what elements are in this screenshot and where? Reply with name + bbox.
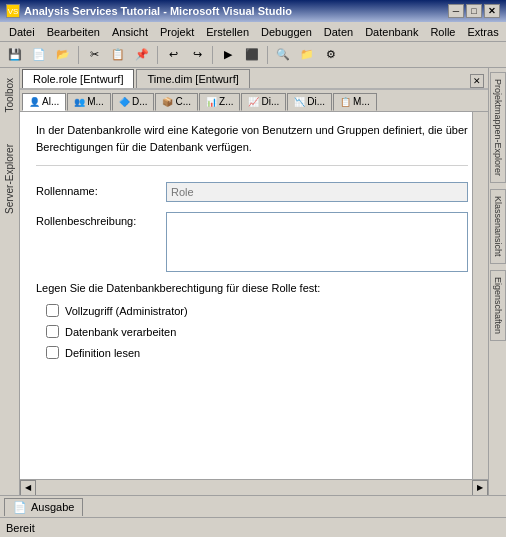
section-label: Legen Sie die Datenbankberechtigung für … (36, 282, 468, 294)
sidebar-projektmappen[interactable]: Projektmappen-Explorer (490, 72, 506, 183)
inner-tab-d[interactable]: 🔷 D... (112, 93, 155, 111)
checkbox-definition-label: Definition lesen (65, 347, 140, 359)
checkbox-verarbeiten: Datenbank verarbeiten (36, 325, 468, 338)
window-title: Analysis Services Tutorial - Microsoft V… (24, 5, 292, 17)
toolbar-paste[interactable]: 📌 (131, 45, 153, 65)
menu-datenbank[interactable]: Datenbank (360, 25, 423, 39)
output-icon: 📄 (13, 501, 27, 514)
menu-datei[interactable]: Datei (4, 25, 40, 39)
toolbar-sep1 (78, 46, 79, 64)
output-label: Ausgabe (31, 501, 74, 513)
toolbar-save[interactable]: 💾 (4, 45, 26, 65)
tab-role[interactable]: Role.role [Entwurf] (22, 69, 134, 88)
tab-di1-icon: 📈 (248, 97, 259, 107)
menu-daten[interactable]: Daten (319, 25, 358, 39)
toolbar: 💾 📄 📂 ✂ 📋 📌 ↩ ↪ ▶ ⬛ 🔍 📁 ⚙ (0, 42, 506, 68)
inner-tab-z[interactable]: 📊 Z... (199, 93, 240, 111)
content-area: In der Datenbankrolle wird eine Kategori… (20, 112, 488, 479)
tab-z-icon: 📊 (206, 97, 217, 107)
checkbox-verarbeiten-label: Datenbank verarbeiten (65, 326, 176, 338)
scroll-track[interactable] (36, 483, 472, 493)
inner-tab-di1[interactable]: 📈 Di... (241, 93, 286, 111)
checkbox-verarbeiten-input[interactable] (46, 325, 59, 338)
menu-bearbeiten[interactable]: Bearbeiten (42, 25, 105, 39)
description-text: In der Datenbankrolle wird eine Kategori… (36, 122, 468, 166)
toolbar-sep2 (157, 46, 158, 64)
inner-tab-di2[interactable]: 📉 Di... (287, 93, 332, 111)
tab-m1-icon: 👥 (74, 97, 85, 107)
menu-erstellen[interactable]: Erstellen (201, 25, 254, 39)
maximize-button[interactable]: □ (466, 4, 482, 18)
app-icon: VS (6, 4, 20, 18)
rollenbeschreibung-label: Rollenbeschreibung: (36, 212, 166, 227)
status-text: Bereit (6, 522, 35, 534)
menu-debuggen[interactable]: Debuggen (256, 25, 317, 39)
sidebar-server-explorer[interactable]: Server-Explorer (2, 138, 17, 220)
checkbox-vollzugriff-input[interactable] (46, 304, 59, 317)
tab-al-icon: 👤 (29, 97, 40, 107)
sidebar-eigenschaften[interactable]: Eigenschaften (490, 270, 506, 341)
toolbar-stop[interactable]: ⬛ (241, 45, 263, 65)
toolbar-sep4 (267, 46, 268, 64)
tab-m2-icon: 📋 (340, 97, 351, 107)
toolbar-copy[interactable]: 📋 (107, 45, 129, 65)
rollenname-label: Rollenname: (36, 182, 166, 197)
tab-close-button[interactable]: ✕ (470, 74, 484, 88)
menu-bar: Datei Bearbeiten Ansicht Projekt Erstell… (0, 22, 506, 42)
main-layout: Toolbox Server-Explorer Role.role [Entwu… (0, 68, 506, 495)
toolbar-cut[interactable]: ✂ (83, 45, 105, 65)
document-tabs: Role.role [Entwurf] Time.dim [Entwurf] ✕ (20, 68, 488, 90)
scroll-right-button[interactable]: ▶ (472, 480, 488, 496)
sidebar-klassenansicht[interactable]: Klassenansicht (490, 189, 506, 264)
toolbar-new[interactable]: 📄 (28, 45, 50, 65)
inner-tab-c[interactable]: 📦 C... (155, 93, 198, 111)
inner-tab-m2[interactable]: 📋 M... (333, 93, 377, 111)
rollenbeschreibung-input[interactable] (166, 212, 468, 272)
rollenname-row: Rollenname: (36, 182, 468, 202)
toolbar-sep3 (212, 46, 213, 64)
tab-c-icon: 📦 (162, 97, 173, 107)
checkbox-definition: Definition lesen (36, 346, 468, 359)
menu-ansicht[interactable]: Ansicht (107, 25, 153, 39)
checkbox-vollzugriff: Vollzugriff (Administrator) (36, 304, 468, 317)
toolbar-solution-explorer[interactable]: 📁 (296, 45, 318, 65)
toolbar-properties[interactable]: ⚙ (320, 45, 342, 65)
toolbar-run[interactable]: ▶ (217, 45, 239, 65)
menu-projekt[interactable]: Projekt (155, 25, 199, 39)
title-bar: VS Analysis Services Tutorial - Microsof… (0, 0, 506, 22)
title-bar-left: VS Analysis Services Tutorial - Microsof… (6, 4, 292, 18)
toolbar-find[interactable]: 🔍 (272, 45, 294, 65)
tab-time[interactable]: Time.dim [Entwurf] (136, 69, 249, 88)
horizontal-scrollbar[interactable]: ◀ ▶ (20, 479, 488, 495)
toolbar-open[interactable]: 📂 (52, 45, 74, 65)
scroll-left-button[interactable]: ◀ (20, 480, 36, 496)
menu-extras[interactable]: Extras (462, 25, 503, 39)
left-sidebar: Toolbox Server-Explorer (0, 68, 20, 495)
toolbar-redo[interactable]: ↪ (186, 45, 208, 65)
vertical-scrollbar[interactable] (472, 112, 488, 479)
center-content: Role.role [Entwurf] Time.dim [Entwurf] ✕… (20, 68, 488, 495)
tab-d-icon: 🔷 (119, 97, 130, 107)
output-tab[interactable]: 📄 Ausgabe (4, 498, 83, 516)
right-sidebar: Projektmappen-Explorer Klassenansicht Ei… (488, 68, 506, 495)
rollenbeschreibung-row: Rollenbeschreibung: (36, 212, 468, 272)
sidebar-toolbox[interactable]: Toolbox (2, 72, 17, 118)
inner-tab-al[interactable]: 👤 Al... (22, 93, 66, 111)
inner-tab-m1[interactable]: 👥 M... (67, 93, 111, 111)
checkbox-vollzugriff-label: Vollzugriff (Administrator) (65, 305, 188, 317)
status-bar: Bereit (0, 517, 506, 537)
checkbox-definition-input[interactable] (46, 346, 59, 359)
tab-di2-icon: 📉 (294, 97, 305, 107)
menu-rolle[interactable]: Rolle (425, 25, 460, 39)
toolbar-undo[interactable]: ↩ (162, 45, 184, 65)
close-button[interactable]: ✕ (484, 4, 500, 18)
rollenname-input[interactable] (166, 182, 468, 202)
minimize-button[interactable]: ─ (448, 4, 464, 18)
inner-tab-bar: 👤 Al... 👥 M... 🔷 D... 📦 C... 📊 Z... 📈 (20, 90, 488, 112)
window-controls[interactable]: ─ □ ✕ (448, 4, 500, 18)
output-bar: 📄 Ausgabe (0, 495, 506, 517)
